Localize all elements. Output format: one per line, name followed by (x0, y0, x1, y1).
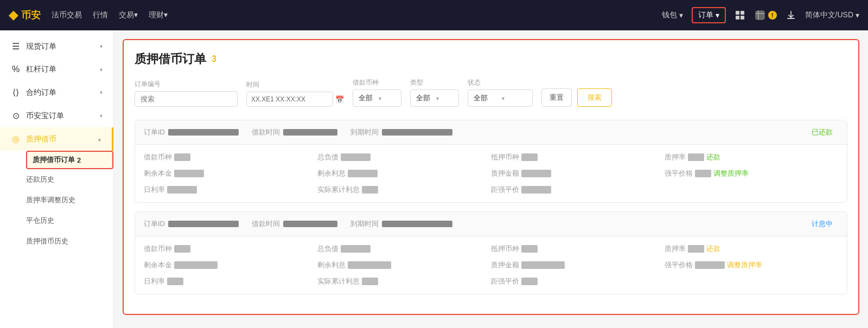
spot-arrow: ▾ (100, 43, 103, 49)
order-body-1: 借款币种 总负债 抵押币种 质押率 (135, 145, 847, 202)
field-distance-liq-2: 距强平价 (491, 276, 665, 286)
field-daily-rate-2: 日利率 (144, 276, 317, 286)
loan-time-1: 借款时间 (252, 127, 337, 137)
loan-history-label: 质押借币历史 (26, 236, 68, 246)
order-id-2: 订单ID (144, 219, 239, 229)
loan-time-label-1: 借款时间 (252, 127, 280, 137)
logo[interactable]: ◆ 币安 (9, 8, 41, 22)
field-remain-principal-2: 剩余本金 (144, 260, 317, 270)
date-range: 📅 (246, 92, 344, 107)
margin-arrow: ▾ (100, 67, 103, 73)
adjust-rate-link-2[interactable]: 调整质押率 (727, 260, 762, 270)
notification-icon (754, 9, 766, 21)
order-block-2: 订单ID 借款时间 到期时间 (135, 211, 847, 294)
menu-trade[interactable]: 交易▾ (119, 10, 138, 20)
order-header-2: 订单ID 借款时间 到期时间 (135, 212, 847, 236)
bao-arrow: ▾ (100, 113, 103, 119)
order-nav[interactable]: 订单 ▾ (692, 7, 726, 23)
order-block-1: 订单ID 借款时间 到期时间 (135, 120, 847, 203)
sidebar-repay-history[interactable]: 还款历史 (26, 169, 113, 190)
date-input[interactable] (246, 92, 333, 107)
repay-link-2[interactable]: 还款 (706, 244, 720, 254)
filter-order-no: 订单编号 (135, 80, 238, 107)
field-actual-interest-2: 实际累计利息 (317, 276, 491, 286)
menu-market[interactable]: 行情 (93, 10, 108, 20)
repay-link-1[interactable]: 还款 (706, 152, 720, 162)
type-arrow: ▾ (436, 95, 453, 101)
due-time-value-2 (382, 221, 452, 227)
page-title-row: 质押借币订单 3 (135, 51, 847, 67)
field-actual-interest-1: 实际累计利息 (317, 185, 491, 195)
menu-finance[interactable]: 理财▾ (149, 10, 168, 20)
field-empty-1 (665, 185, 838, 195)
order-id-value-2 (168, 221, 239, 227)
order-body-2: 借款币种 总负债 抵押币种 质押率 还款 (135, 236, 847, 294)
order-chevron: ▾ (716, 11, 719, 20)
menu-fabi[interactable]: 法币交易 (52, 10, 82, 20)
sidebar-item-margin[interactable]: % 杠杆订单 ▾ (0, 58, 113, 81)
order-count: 3 (212, 54, 216, 64)
wallet-label: 钱包 (662, 10, 677, 20)
search-button[interactable]: 搜索 (577, 88, 612, 107)
topnav-menu: 法币交易 行情 交易▾ 理财▾ (52, 10, 168, 20)
loan-time-value-2 (283, 221, 337, 227)
svg-rect-2 (736, 16, 739, 20)
bao-icon: ⊙ (11, 111, 21, 121)
field-collateral-rate-1: 质押率 还款 (665, 152, 838, 162)
loan-currency-select[interactable]: 全部 ▾ (353, 89, 401, 107)
wallet-nav[interactable]: 钱包 ▾ (662, 10, 683, 20)
lang-label: 简体中文/USD (805, 10, 853, 20)
sidebar-contract-label: 合约订单 (26, 88, 56, 98)
order-no-label: 订单编号 (135, 80, 238, 89)
loan-currency-value: 全部 (359, 93, 375, 103)
field-total-debt-1: 总负债 (317, 152, 491, 162)
lang-nav[interactable]: 简体中文/USD ▾ (805, 10, 859, 20)
sidebar-item-contract[interactable]: ⟨⟩ 合约订单 ▾ (0, 81, 113, 104)
loan-orders-badge: 2 (77, 156, 81, 164)
adjust-rate-link-1[interactable]: 调整质押率 (713, 169, 749, 178)
notification-nav[interactable]: ! (754, 9, 777, 21)
loan-time-value-1 (283, 129, 337, 136)
sidebar-item-loan[interactable]: ◎ 质押借币 ▴ (0, 127, 113, 151)
field-empty-2 (665, 276, 838, 286)
sidebar-bao-label: 币安宝订单 (26, 111, 64, 121)
download-nav[interactable] (786, 10, 796, 21)
svg-rect-1 (741, 11, 744, 15)
topnav-right: 钱包 ▾ 订单 ▾ ! 简体中文/USD ▾ (662, 7, 859, 23)
sidebar-spot-label: 现货订单 (26, 42, 56, 52)
due-time-label-1: 到期时间 (350, 127, 379, 137)
sidebar-item-spot[interactable]: ☰ 现货订单 ▾ (0, 35, 113, 58)
sidebar-item-bao[interactable]: ⊙ 币安宝订单 ▾ (0, 104, 113, 127)
sidebar-liquidation-history[interactable]: 平仓历史 (26, 210, 113, 231)
loan-orders-label: 质押借币订单 (33, 155, 75, 165)
reset-button[interactable]: 重置 (541, 88, 572, 107)
type-select[interactable]: 全部 ▾ (410, 89, 459, 107)
field-collateral-rate-2: 质押率 还款 (665, 244, 838, 254)
download-icon (786, 10, 796, 21)
sidebar: ☰ 现货订单 ▾ % 杠杆订单 ▾ ⟨⟩ 合约订单 ▾ ⊙ 币安宝订单 ▾ ◎ … (0, 30, 114, 328)
order-no-input[interactable] (135, 91, 238, 107)
order-id-value-1 (168, 129, 239, 136)
contract-arrow: ▾ (100, 89, 103, 95)
field-collateral-currency-1: 抵押币种 (491, 152, 665, 162)
filter-loan-currency: 借款币种 全部 ▾ (353, 78, 401, 107)
status-select[interactable]: 全部 ▾ (468, 89, 533, 107)
field-distance-liq-1: 距强平价 (491, 185, 665, 195)
field-remain-principal-1: 剩余本金 (144, 169, 317, 178)
loan-icon: ◎ (11, 134, 21, 144)
margin-icon: % (11, 65, 21, 74)
sidebar-loan-history[interactable]: 质押借币历史 (26, 231, 113, 252)
wallet-chevron: ▾ (679, 11, 683, 20)
field-remain-interest-2: 剩余利息 (317, 260, 491, 270)
field-loan-currency-2: 借款币种 (144, 244, 317, 254)
svg-rect-0 (736, 11, 739, 15)
sidebar-rate-history[interactable]: 质押率调整历史 (26, 190, 113, 210)
logo-text: 币安 (21, 9, 41, 22)
due-time-2: 到期时间 (350, 219, 452, 229)
main: 质押借币订单 3 订单编号 时间 📅 借款币种 (114, 30, 868, 328)
field-loan-currency-1: 借款币种 (144, 152, 317, 162)
grid-icon-nav[interactable] (735, 10, 745, 21)
sidebar-loan-orders[interactable]: 质押借币订单 2 (26, 151, 113, 169)
order-label: 订单 (698, 10, 713, 20)
calendar-icon[interactable]: 📅 (335, 95, 344, 104)
